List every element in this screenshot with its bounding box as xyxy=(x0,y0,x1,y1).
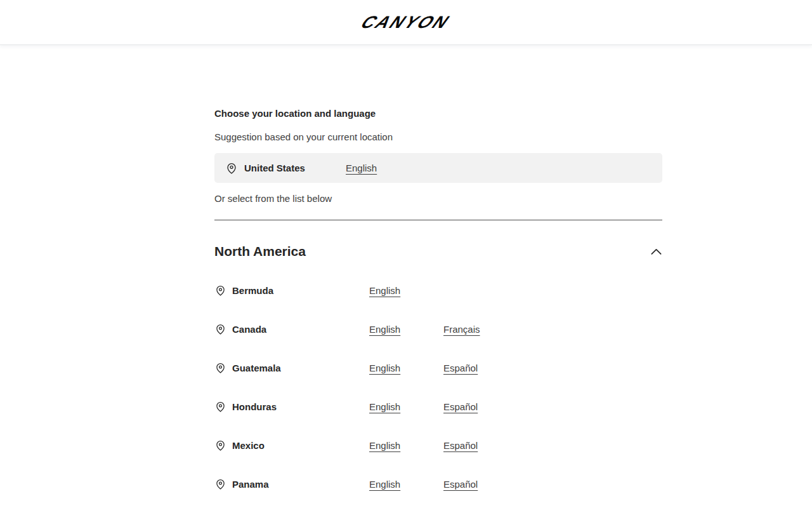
language-link[interactable]: English xyxy=(346,163,377,173)
language-link[interactable]: English xyxy=(369,324,400,335)
country-row: Honduras EnglishEspañol xyxy=(214,387,662,426)
country-name: Bermuda xyxy=(232,285,273,296)
country-name: Mexico xyxy=(232,440,265,451)
location-pin-icon xyxy=(226,162,237,175)
country-row: Guatemala EnglishEspañol xyxy=(214,349,662,387)
country-list: Bermuda English Canada EnglishFrançais xyxy=(214,271,662,504)
location-pin-icon xyxy=(216,362,225,374)
language-links: EnglishEspañol xyxy=(369,479,478,490)
panel-title: Choose your location and language xyxy=(214,109,662,119)
region-title: North America xyxy=(214,244,306,259)
location-pin-icon xyxy=(216,284,225,297)
language-link[interactable]: Español xyxy=(443,479,478,490)
language-links: EnglishEspañol xyxy=(369,440,478,451)
country-row: Bermuda English xyxy=(214,271,662,310)
language-link[interactable]: Français xyxy=(443,324,480,335)
country-name: Honduras xyxy=(232,401,277,412)
language-link[interactable]: English xyxy=(369,401,400,412)
country-cell: Canada xyxy=(214,323,369,335)
suggested-country: United States xyxy=(226,162,346,175)
country-cell: Honduras xyxy=(214,401,369,413)
location-pin-icon xyxy=(216,401,225,413)
language-link[interactable]: Español xyxy=(443,363,478,373)
language-link[interactable]: Español xyxy=(443,440,478,451)
chevron-up-icon[interactable] xyxy=(650,247,662,256)
language-links: EnglishEspañol xyxy=(369,363,478,374)
language-links: EnglishFrançais xyxy=(369,324,480,335)
region-header-north-america[interactable]: North America xyxy=(214,244,662,259)
suggested-country-name: United States xyxy=(244,163,305,173)
language-link[interactable]: English xyxy=(369,363,400,373)
country-name: Canada xyxy=(232,324,266,335)
language-links: English xyxy=(369,285,400,297)
country-cell: Mexico xyxy=(214,439,369,451)
country-cell: Panama xyxy=(214,478,369,490)
suggested-location-box: United States English xyxy=(214,153,662,183)
country-cell: Bermuda xyxy=(214,284,369,297)
language-link[interactable]: English xyxy=(369,479,400,490)
language-link[interactable]: English xyxy=(369,285,400,296)
language-link[interactable]: Español xyxy=(443,401,478,412)
location-pin-icon xyxy=(216,439,225,451)
country-row: Canada EnglishFrançais xyxy=(214,310,662,349)
suggestion-label: Suggestion based on your current locatio… xyxy=(214,132,662,142)
or-select-label: Or select from the list below xyxy=(214,194,662,203)
site-header: CANYON xyxy=(0,0,812,45)
divider xyxy=(214,220,662,220)
country-name: Guatemala xyxy=(232,363,281,373)
country-cell: Guatemala xyxy=(214,362,369,374)
language-link[interactable]: English xyxy=(369,440,400,451)
location-pin-icon xyxy=(216,323,225,335)
country-name: Panama xyxy=(232,479,269,490)
country-row: Panama EnglishEspañol xyxy=(214,465,662,504)
country-row: Mexico EnglishEspañol xyxy=(214,426,662,465)
location-language-panel: Choose your location and language Sugges… xyxy=(214,45,662,504)
location-pin-icon xyxy=(216,478,225,490)
canyon-logo[interactable]: CANYON xyxy=(356,13,456,32)
language-links: EnglishEspañol xyxy=(369,401,478,413)
